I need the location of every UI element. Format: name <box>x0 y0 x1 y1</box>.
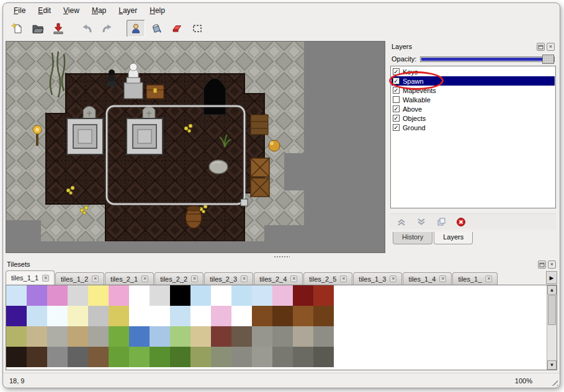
palette-tile-r2c6[interactable] <box>129 326 150 347</box>
tileset-tab-tiles_1_4[interactable]: tiles_1_4× <box>403 272 452 285</box>
palette-tile-r2c11[interactable] <box>231 326 252 347</box>
tab-close-icon[interactable]: × <box>141 275 148 282</box>
dock-tab-history[interactable]: History <box>393 232 432 244</box>
tileset-palette[interactable] <box>6 285 557 367</box>
tab-close-icon[interactable]: × <box>191 275 198 282</box>
palette-tile-r3c3[interactable] <box>68 347 88 367</box>
rect-select-tool-button[interactable] <box>188 20 207 37</box>
scroll-down-icon[interactable]: ▼ <box>547 360 557 370</box>
palette-tile-r2c14[interactable] <box>293 326 313 347</box>
resize-grip[interactable] <box>550 378 558 386</box>
menu-view[interactable]: View <box>58 5 85 16</box>
palette-tile-r0c3[interactable] <box>68 285 88 306</box>
palette-tile-r1c12[interactable] <box>252 306 272 326</box>
palette-tile-r3c5[interactable] <box>109 347 129 367</box>
tab-scroll-right-icon[interactable]: ▶ <box>546 271 557 284</box>
palette-tile-r2c10[interactable] <box>211 326 231 347</box>
palette-tile-r2c8[interactable] <box>170 326 190 347</box>
palette-tile-r3c11[interactable] <box>231 347 252 367</box>
layer-visibility-checkbox[interactable]: ✓ <box>393 105 400 112</box>
tab-close-icon[interactable]: × <box>290 275 297 282</box>
palette-scrollbar[interactable]: ▲ ▼ <box>547 285 557 370</box>
palette-tile-r1c7[interactable] <box>150 306 170 326</box>
tileset-tab-tiles_2_1[interactable]: tiles_2_1× <box>105 272 154 285</box>
palette-tile-r3c15[interactable] <box>313 347 334 367</box>
palette-tile-r1c5[interactable] <box>109 306 129 326</box>
move-layer-up-button[interactable] <box>395 216 408 228</box>
palette-tile-r1c11[interactable] <box>231 306 252 326</box>
opacity-slider[interactable] <box>420 56 555 62</box>
stamp-tool-button[interactable] <box>127 20 145 37</box>
move-layer-down-button[interactable] <box>415 216 427 228</box>
palette-tile-r3c7[interactable] <box>150 347 170 367</box>
delete-layer-button[interactable] <box>455 216 467 228</box>
palette-tile-r1c2[interactable] <box>47 306 68 326</box>
splitter-handle[interactable] <box>274 256 290 258</box>
dock-tab-layers[interactable]: Layers <box>434 232 473 244</box>
layer-row-keys[interactable]: ✓Keys <box>392 67 555 76</box>
palette-tile-r3c12[interactable] <box>252 347 272 367</box>
palette-tile-r2c7[interactable] <box>150 326 170 347</box>
selection-resize-handle[interactable] <box>241 199 248 206</box>
palette-tile-r3c1[interactable] <box>27 347 47 367</box>
palette-tile-r2c5[interactable] <box>109 326 129 347</box>
splitter[interactable] <box>3 255 560 259</box>
palette-tile-r1c9[interactable] <box>190 306 211 326</box>
palette-tile-r1c1[interactable] <box>27 306 47 326</box>
save-file-button[interactable] <box>49 20 68 37</box>
palette-tile-r3c4[interactable] <box>88 347 109 367</box>
palette-tile-r1c3[interactable] <box>68 306 88 326</box>
undo-button[interactable] <box>78 20 96 37</box>
new-file-button[interactable] <box>8 20 27 37</box>
map-view[interactable] <box>6 41 385 253</box>
tab-close-icon[interactable]: × <box>241 275 248 282</box>
palette-tile-r1c4[interactable] <box>88 306 109 326</box>
palette-tile-r1c14[interactable] <box>293 306 313 326</box>
layer-visibility-checkbox[interactable]: ✓ <box>393 115 400 122</box>
tileset-tab-tiles_2_2[interactable]: tiles_2_2× <box>154 272 204 285</box>
palette-tile-r2c13[interactable] <box>272 326 293 347</box>
tileset-tab-tiles_2_4[interactable]: tiles_2_4× <box>254 272 303 285</box>
scrollbar-thumb[interactable] <box>548 295 556 325</box>
float-panel-icon[interactable] <box>537 43 545 51</box>
layer-visibility-checkbox[interactable]: ✓ <box>393 124 400 131</box>
palette-tile-r1c6[interactable] <box>129 306 150 326</box>
layer-row-spawn[interactable]: ✓Spawn <box>392 76 555 86</box>
layer-visibility-checkbox[interactable]: ✓ <box>393 87 400 94</box>
palette-tile-r2c2[interactable] <box>47 326 68 347</box>
palette-tile-r0c13[interactable] <box>272 285 293 306</box>
redo-button[interactable] <box>98 20 117 37</box>
palette-tile-r1c15[interactable] <box>313 306 334 326</box>
close-panel-icon[interactable]: × <box>548 261 556 269</box>
palette-tile-r0c0[interactable] <box>6 285 27 306</box>
palette-tile-r3c13[interactable] <box>272 347 293 367</box>
layer-visibility-checkbox[interactable] <box>393 96 400 103</box>
close-panel-icon[interactable]: × <box>547 43 555 51</box>
palette-tile-r1c10[interactable] <box>211 306 231 326</box>
palette-tile-r0c9[interactable] <box>190 285 211 306</box>
layer-row-objects[interactable]: ✓Objects <box>392 114 555 123</box>
menu-map[interactable]: Map <box>86 5 112 16</box>
palette-tile-r3c6[interactable] <box>129 347 150 367</box>
eraser-tool-button[interactable] <box>168 20 186 37</box>
palette-tile-r3c2[interactable] <box>47 347 68 367</box>
menu-edit[interactable]: Edit <box>32 5 56 16</box>
palette-tile-r2c15[interactable] <box>313 326 334 347</box>
palette-tile-r0c4[interactable] <box>88 285 109 306</box>
scrollbar-track[interactable] <box>547 326 557 360</box>
tab-close-icon[interactable]: × <box>485 275 492 282</box>
layer-list[interactable]: ✓Keys✓Spawn✓MapeventsWalkable✓Above✓Obje… <box>390 66 556 208</box>
palette-tile-r0c6[interactable] <box>129 285 150 306</box>
layer-row-mapevents[interactable]: ✓Mapevents <box>392 86 555 95</box>
scroll-up-icon[interactable]: ▲ <box>547 285 557 295</box>
tab-close-icon[interactable]: × <box>439 275 446 282</box>
palette-tile-r0c5[interactable] <box>109 285 129 306</box>
menu-layer[interactable]: Layer <box>113 5 143 16</box>
tileset-tab-tiles_1_[interactable]: tiles_1_× <box>452 272 498 285</box>
palette-tile-r1c8[interactable] <box>170 306 190 326</box>
palette-tile-r0c1[interactable] <box>27 285 47 306</box>
tab-close-icon[interactable]: × <box>42 275 49 282</box>
palette-tile-r0c8[interactable] <box>170 285 190 306</box>
tileset-tab-tiles_2_5[interactable]: tiles_2_5× <box>303 272 352 285</box>
palette-tile-r3c14[interactable] <box>293 347 313 367</box>
